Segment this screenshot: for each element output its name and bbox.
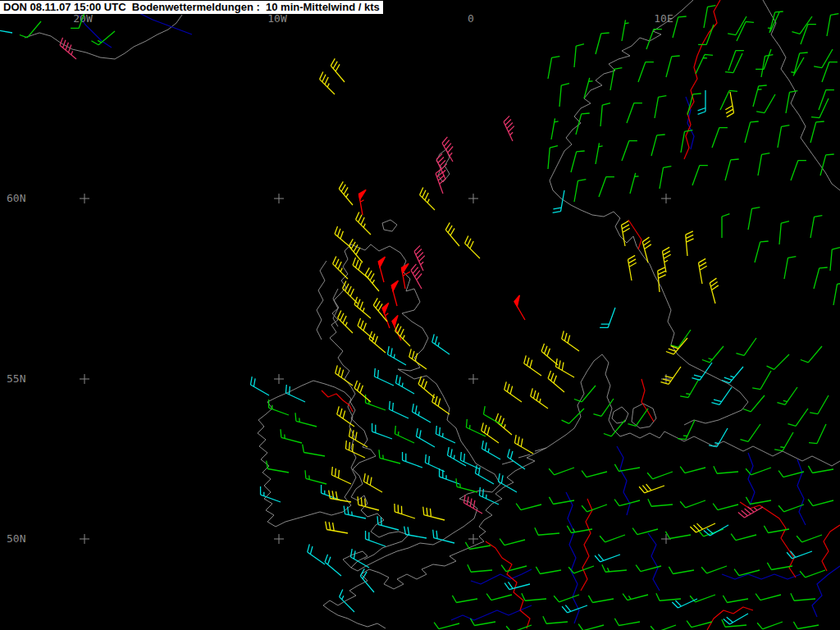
barb-staff — [412, 404, 431, 422]
coastline — [323, 541, 484, 628]
barb-staff — [358, 318, 374, 340]
river — [139, 13, 192, 34]
wind-barb — [638, 62, 654, 82]
wind-barb — [582, 504, 607, 512]
graticule-cross — [80, 374, 89, 384]
barb-staff — [792, 16, 812, 34]
wind-barb — [704, 6, 715, 28]
wind-barb — [701, 566, 727, 573]
coastline — [678, 354, 748, 425]
wind-barb — [642, 237, 651, 262]
barb-staff — [778, 471, 804, 477]
barb-staff — [395, 324, 410, 346]
wind-barb — [767, 354, 789, 369]
barb-staff — [382, 308, 390, 328]
barb-staff — [833, 283, 840, 305]
barb-staff — [60, 38, 76, 59]
wind-barb — [414, 245, 425, 271]
barb-staff — [549, 497, 574, 504]
wind-barb — [599, 177, 614, 197]
barb-staff — [374, 368, 394, 386]
barb-staff — [522, 593, 546, 600]
wind-barb — [574, 386, 596, 402]
wind-barb — [555, 358, 574, 377]
barb-staff — [395, 426, 414, 443]
wind-barb — [757, 622, 783, 629]
wind-barb — [420, 188, 435, 210]
wind-barb — [60, 38, 76, 59]
wind-barb — [377, 516, 399, 530]
barb-staff — [354, 297, 371, 318]
wind-barb — [736, 338, 756, 355]
wind-barb — [331, 467, 351, 484]
weather-map-screen: DON 08.11.07 15:00 UTC Bodenwettermeldun… — [0, 0, 840, 630]
map-title-bar: DON 08.11.07 15:00 UTC Bodenwettermeldun… — [0, 1, 383, 14]
barb-staff — [724, 614, 748, 624]
wind-barb — [366, 395, 386, 410]
barb-staff — [808, 466, 833, 473]
river — [748, 453, 755, 505]
wind-barb — [639, 484, 664, 493]
wind-barb — [791, 161, 806, 180]
barb-staff — [541, 344, 558, 365]
wind-barb — [333, 257, 348, 279]
barb-staff — [338, 311, 353, 333]
wind-barb — [711, 387, 732, 404]
barb-staff — [648, 499, 673, 506]
barb-staff — [466, 419, 486, 436]
wind-barb — [767, 563, 792, 570]
barb-staff — [445, 222, 459, 246]
wind-barb — [466, 419, 486, 436]
barb-staff — [712, 128, 728, 148]
wind-barb — [495, 413, 512, 435]
wind-barb — [725, 159, 739, 180]
graticule-cross — [468, 194, 478, 203]
barb-staff — [548, 57, 559, 79]
barb-staff — [779, 221, 789, 244]
wind-barb — [808, 466, 833, 473]
wind-barb — [779, 221, 789, 244]
wind-barb — [468, 564, 492, 572]
coastline — [382, 220, 397, 231]
river — [566, 492, 579, 623]
wind-barb — [553, 190, 564, 212]
barb-staff — [736, 338, 756, 355]
barb-staff — [554, 595, 579, 602]
wind-barb — [614, 464, 640, 472]
barb-staff — [470, 619, 495, 626]
wind-barb — [305, 470, 326, 484]
barb-staff — [830, 248, 840, 271]
barb-staff — [614, 500, 640, 506]
wind-barb — [819, 90, 834, 110]
coastline — [550, 0, 693, 354]
barb-staff — [372, 423, 392, 439]
graticule-cross — [274, 534, 284, 544]
wind-barb — [261, 486, 281, 502]
wind-barb — [830, 248, 840, 271]
barb-staff — [596, 33, 609, 54]
map-canvas: 20W10W010E60N55N50N — [0, 0, 840, 630]
barb-staff — [250, 377, 269, 395]
river — [722, 574, 801, 579]
country-border — [581, 499, 592, 591]
wind-barb — [673, 16, 687, 38]
wind-barb — [692, 166, 708, 185]
barb-staff — [722, 367, 743, 383]
barb-staff — [349, 239, 363, 262]
wind-barb — [784, 257, 796, 279]
barb-staff — [91, 31, 115, 45]
barb-staff — [535, 527, 559, 535]
wind-barb — [345, 441, 365, 458]
barb-staff — [305, 470, 326, 484]
wind-barb — [646, 30, 662, 49]
barb-staff — [482, 422, 499, 443]
wind-barb — [465, 542, 491, 550]
barb-staff — [752, 371, 771, 390]
barb-staff — [447, 447, 466, 466]
barb-staff — [377, 516, 399, 530]
wind-barb — [748, 208, 760, 230]
barb-staff — [365, 267, 379, 291]
wind-barb — [666, 56, 680, 77]
barb-staff — [801, 346, 822, 363]
wind-barb — [740, 424, 760, 441]
